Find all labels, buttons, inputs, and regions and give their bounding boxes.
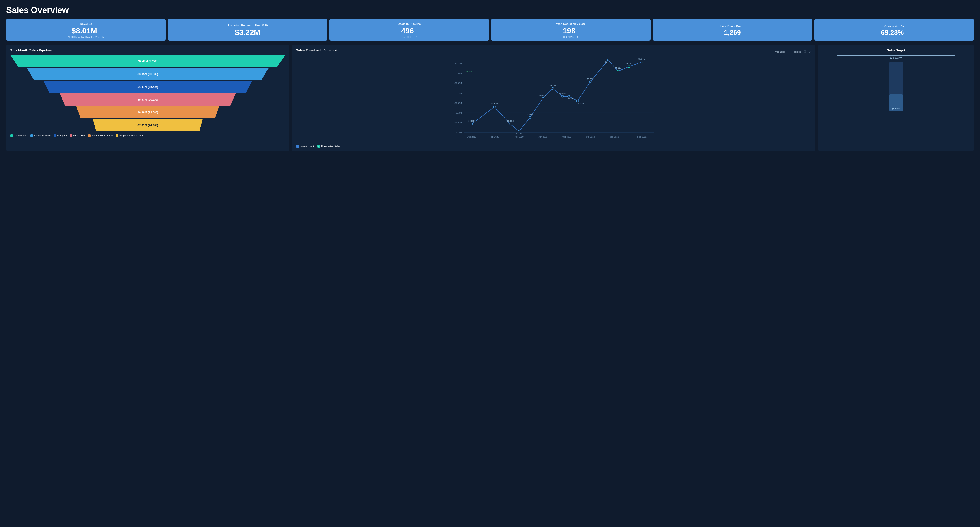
svg-point-52 xyxy=(628,66,630,68)
svg-text:$1.03M: $1.03M xyxy=(615,67,621,69)
kpi-card-expected-revenue: Exepcted Revenue: Nov 2020 $3.22M xyxy=(168,19,328,41)
funnel-chart: $2.43M (8.2%) $3.05M (10.3%) $4.57M (15.… xyxy=(10,55,285,131)
svg-point-50 xyxy=(617,70,619,72)
kpi-card-won: Won Deals: Nov 2020 198 ↑ Oct 2020: 139 xyxy=(491,19,651,41)
svg-text:$1.10M: $1.10M xyxy=(625,62,632,65)
funnel-segment-needs-analysis: $3.05M (10.3%) xyxy=(27,68,269,80)
legend-forecasted: ✓ Forecasted Sales xyxy=(317,145,340,148)
funnel-segment-negotiation: $6.38M (21.5%) xyxy=(76,106,219,118)
expand-icon[interactable]: ⤢ xyxy=(808,49,811,54)
kpi-value-text-deals: 496 xyxy=(401,26,414,35)
svg-text:$0.7M: $0.7M xyxy=(455,92,461,94)
svg-text:$0.33M: $0.33M xyxy=(527,113,533,115)
svg-rect-0 xyxy=(464,59,654,135)
legend-qualification: Qualification xyxy=(10,134,27,137)
svg-text:$0.23M: $0.23M xyxy=(468,120,475,122)
svg-text:$0.25M: $0.25M xyxy=(454,121,461,124)
svg-text:$0.49M: $0.49M xyxy=(491,103,497,105)
funnel-label-proposal: $7.31M (24.6%) xyxy=(137,123,158,127)
svg-text:$0.12M: $0.12M xyxy=(516,132,522,135)
svg-text:$0.65M: $0.65M xyxy=(559,92,566,94)
legend-label-prospect: Prospect xyxy=(57,134,67,137)
kpi-card-lost: Lost Deals Count 1,269 xyxy=(653,19,812,41)
funnel-segment-initial-offer: $5.97M (20.1%) xyxy=(60,94,236,105)
target-amount: $23.8827M xyxy=(890,56,902,59)
funnel-panel: This Month Sales Pipeline $2.43M (8.2%) … xyxy=(6,45,290,151)
kpi-label-expected: Exepcted Revenue: Nov 2020 xyxy=(227,24,268,27)
svg-text:$0.23M: $0.23M xyxy=(507,120,513,122)
svg-point-30 xyxy=(509,123,511,125)
legend-label-proposal: Proposal/Price Quote xyxy=(119,134,143,137)
funnel-label-needs: $3.05M (10.3%) xyxy=(137,72,158,76)
svg-text:$0.4M: $0.4M xyxy=(455,111,461,114)
svg-point-40 xyxy=(562,96,564,97)
legend-dot-negotiation xyxy=(88,134,91,137)
kpi-value-deals: 496 ↑ xyxy=(401,26,417,35)
svg-text:$0.1M: $0.1M xyxy=(455,131,461,134)
target-threshold-line xyxy=(837,55,955,56)
kpi-value-text-conversion: 69.23% xyxy=(881,29,904,36)
chart-toolbar: ▦ ⤢ xyxy=(803,49,811,54)
arrow-up-icon-conversion: ↑ xyxy=(905,30,907,35)
kpi-card-deals: Deals in Pipeline 496 ↑ Oct 2020: 347 xyxy=(329,19,489,41)
svg-text:$0.87M: $0.87M xyxy=(587,78,593,80)
svg-point-32 xyxy=(518,130,520,132)
bar-chart-icon[interactable]: ▦ xyxy=(803,49,807,54)
svg-point-48 xyxy=(607,59,609,61)
funnel-label-initial-offer: $5.97M (20.1%) xyxy=(137,98,158,101)
svg-text:$0.62M: $0.62M xyxy=(539,94,546,96)
legend-negotiation: Negotiation/Review xyxy=(88,134,113,137)
svg-text:$1.17M: $1.17M xyxy=(638,58,645,60)
page-title: Sales Overview xyxy=(6,5,974,15)
kpi-sub-revenue: % Diff from Last Month: -26.94% xyxy=(68,36,104,38)
funnel-segment-prospect: $4.57M (15.4%) xyxy=(43,81,252,93)
legend-check-forecasted: ✓ xyxy=(317,145,320,148)
legend-label-needs: Needs Analysis xyxy=(34,134,51,137)
svg-text:Jun 2020: Jun 2020 xyxy=(538,135,547,138)
legend-initial-offer: Initial Offer xyxy=(70,134,85,137)
funnel-label-qualification: $2.43M (8.2%) xyxy=(138,60,157,63)
svg-text:$0.58M: $0.58M xyxy=(577,102,584,104)
kpi-value-won: 198 ↑ xyxy=(563,26,579,35)
kpi-value-conversion: 69.23% ↑ xyxy=(881,29,907,36)
legend-proposal: Proposal/Price Quote xyxy=(116,134,143,137)
svg-text:$0.55M: $0.55M xyxy=(454,102,461,104)
kpi-card-revenue: Revenue $8.01M ↓ % Diff from Last Month:… xyxy=(6,19,166,41)
target-current-value: $8.01M xyxy=(892,107,900,110)
arrow-up-icon-won: ↑ xyxy=(577,29,579,33)
svg-point-46 xyxy=(589,81,591,83)
kpi-label-deals: Deals in Pipeline xyxy=(398,22,421,25)
kpi-value-text-lost: 1,269 xyxy=(724,29,741,36)
trend-chart-panel: Sales Trend with Forecast Threshold: Tar… xyxy=(292,45,816,151)
funnel-label-prospect: $4.57M (15.4%) xyxy=(137,85,158,89)
funnel-legend: Qualification Needs Analysis Prospect In… xyxy=(10,134,285,137)
svg-text:Oct 2020: Oct 2020 xyxy=(586,135,595,138)
kpi-value-text-won: 198 xyxy=(563,26,576,35)
kpi-label-lost: Lost Deals Count xyxy=(721,24,745,28)
svg-point-38 xyxy=(552,88,554,89)
bottom-row: This Month Sales Pipeline $2.43M (8.2%) … xyxy=(6,45,974,151)
svg-text:$0.77M: $0.77M xyxy=(549,84,556,86)
legend-dot-qualification xyxy=(10,134,13,137)
legend-needs: Needs Analysis xyxy=(30,134,51,137)
kpi-sub-won: Oct 2020: 139 xyxy=(563,36,579,38)
svg-point-28 xyxy=(493,106,495,108)
svg-text:Feb 2020: Feb 2020 xyxy=(490,135,499,138)
arrow-down-icon: ↓ xyxy=(98,29,100,33)
svg-point-44 xyxy=(576,100,579,102)
funnel-segment-proposal: $7.31M (24.6%) xyxy=(93,119,203,131)
target-bar-container: $8.01M xyxy=(889,62,903,111)
target-bar-fill: $8.01M xyxy=(889,94,903,111)
kpi-value-revenue: $8.01M ↓ xyxy=(72,26,100,35)
svg-text:$1.20M: $1.20M xyxy=(605,61,611,64)
target-label: Target xyxy=(794,50,800,53)
svg-point-36 xyxy=(542,97,544,99)
svg-text:$0.85M: $0.85M xyxy=(454,82,461,84)
svg-text:Apr 2020: Apr 2020 xyxy=(515,135,523,138)
svg-text:Aug 2020: Aug 2020 xyxy=(562,135,571,138)
target-title: Sales Taget xyxy=(887,48,905,52)
legend-label-negotiation: Negotiation/Review xyxy=(92,134,113,137)
svg-text:$0.65M: $0.65M xyxy=(567,97,574,99)
legend-forecasted-label: Forecasted Sales xyxy=(321,145,340,148)
kpi-sub-deals: Oct 2020: 347 xyxy=(401,36,417,38)
